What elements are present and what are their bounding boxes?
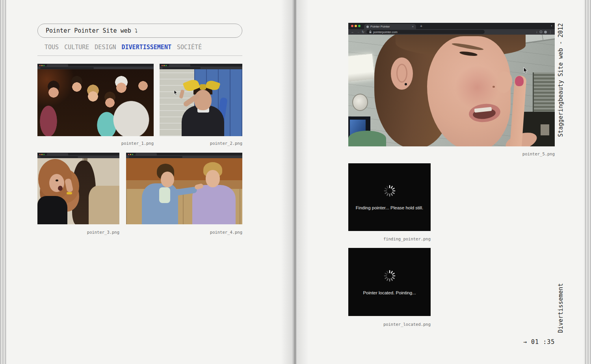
traffic-lights-icon (162, 65, 163, 66)
tab-culture[interactable]: CULTURE (64, 44, 89, 51)
bracelet-shape (67, 192, 72, 194)
mini-browser-chrome (37, 153, 119, 158)
tab-divertissement[interactable]: DIVERTISSEMENT (122, 44, 171, 51)
mini-url-bar (37, 67, 154, 69)
thumbnail-pointer-2 (160, 64, 242, 136)
tab-societe[interactable]: SOCIÉTÉ (177, 44, 202, 51)
caption-pointer-located: pointer_located.png (348, 322, 431, 327)
browser-tab-title: Pointer Pointer (370, 25, 390, 28)
back-icon: ← (351, 29, 355, 35)
mouse-cursor-icon (174, 90, 178, 96)
mini-browser-chrome (126, 153, 242, 158)
yellow-bow-photo-scene (160, 69, 242, 136)
green-shirt-shape (348, 131, 386, 146)
pink-fingernail-shape (515, 76, 524, 86)
nostril-shape (492, 86, 495, 88)
mouth-shape (58, 186, 63, 191)
url-text: pointerpointer.com (373, 30, 398, 34)
down-right-arrow-icon: ⤵ (135, 28, 138, 34)
status-screen-finding: Finding pointer... Please hold still. (348, 163, 431, 231)
extension-icon (540, 31, 542, 33)
fluorescent-light-shape (348, 54, 375, 82)
thumbnail-pointer-4 (126, 153, 242, 224)
caption-pointer-1: pointer_1.png (37, 141, 154, 146)
mini-browser-chrome (160, 64, 242, 69)
inner-shirt-shape (159, 187, 170, 203)
browser-toolbar-icons: ↓ ⋮ (536, 29, 552, 35)
caption-pointer-3: pointer_3.png (37, 230, 119, 235)
curly-hair-photo-scene (37, 158, 119, 224)
download-icon: ↓ (536, 29, 537, 35)
pointing-finger-shape (179, 89, 184, 99)
mini-url-pill (40, 156, 78, 158)
status-message: Pointer located. Pointing... (363, 290, 416, 295)
mini-url-bar (160, 67, 242, 69)
traffic-lights-icon (128, 154, 129, 155)
reload-icon: ↻ (362, 29, 364, 35)
ear-inner-shape (396, 64, 407, 83)
tabs-divider (37, 55, 242, 56)
thumbnail-pointer-1 (37, 64, 154, 136)
thumbnail-pointer-3 (37, 153, 119, 224)
mouse-cursor-icon (523, 67, 528, 74)
main-screenshot-pointer-5: Pointer Pointer × + ▾ ← → ↻ pointerpoint… (348, 23, 555, 146)
party-photo-scene (37, 69, 154, 136)
bow-shape (200, 84, 206, 90)
status-screen-located: Pointer located. Pointing... (348, 248, 431, 316)
tab-design[interactable]: DESIGN (95, 44, 116, 51)
mini-url-pill (40, 67, 94, 69)
chevron-down-icon: ▾ (551, 24, 552, 28)
new-tab-icon: + (420, 24, 422, 28)
tab-close-icon: × (412, 25, 414, 28)
forward-icon: → (357, 29, 360, 35)
browser-tab-strip: Pointer Pointer × + ▾ (348, 23, 555, 29)
browser-tab: Pointer Pointer × (364, 24, 416, 29)
mini-url-bar (126, 155, 242, 158)
caption-pointer-2: pointer_2.png (160, 141, 242, 146)
profile-avatar (544, 31, 547, 33)
project-title: Pointer Pointer Site web (46, 27, 131, 34)
earring-shape (405, 83, 407, 85)
margin-category-label: Divertissement (557, 282, 564, 333)
page-indicator: → 01 :35 (523, 338, 555, 346)
category-filter-tabs: TOUS CULTURE DESIGN DIVERTISSEMENT SOCIÉ… (45, 44, 202, 51)
face-shape (161, 172, 174, 187)
coat-shape (89, 186, 119, 224)
status-message: Finding pointer... Please hold still. (356, 205, 423, 210)
loading-spinner-icon (383, 269, 396, 283)
face-closeup-photo-scene (348, 35, 555, 146)
browser-url-bar: ← → ↻ pointerpointer.com ↓ ⋮ (348, 29, 555, 35)
traffic-lights-icon (351, 25, 353, 27)
mini-url-pill (129, 156, 182, 158)
book-page-edges-left (0, 0, 7, 364)
couch-photo-scene (126, 158, 242, 224)
margin-project-label: Staggeringbeauty Site web - 2012 (557, 20, 564, 137)
traffic-lights-icon (39, 154, 41, 155)
lock-icon (369, 30, 372, 33)
project-title-pill[interactable]: Pointer Pointer Site web ⤵ (37, 24, 242, 38)
loading-spinner-icon (383, 184, 396, 198)
mini-url-pill (162, 67, 201, 69)
face-shape (206, 170, 220, 187)
traffic-lights-icon (39, 65, 41, 66)
caption-pointer-5: pointer_5.png (348, 152, 555, 156)
favicon-icon (366, 26, 369, 28)
eye-shape (56, 179, 58, 181)
book-page-edges-right (584, 0, 591, 364)
mini-url-bar (37, 155, 119, 158)
caption-finding-pointer: finding_pointer.png (348, 237, 431, 241)
tab-tous[interactable]: TOUS (45, 44, 59, 51)
face-shape (194, 90, 212, 110)
lavender-shirt-shape (192, 185, 236, 224)
caption-pointer-4: pointer_4.png (126, 230, 242, 235)
picture-frame-shape (541, 124, 549, 135)
mini-browser-chrome (37, 64, 154, 69)
wall-clock-shape (352, 94, 368, 111)
menu-dots-icon: ⋮ (549, 29, 552, 35)
torso-shape (37, 196, 67, 224)
address-pill: pointerpointer.com (366, 30, 485, 34)
book-spine (281, 0, 309, 364)
